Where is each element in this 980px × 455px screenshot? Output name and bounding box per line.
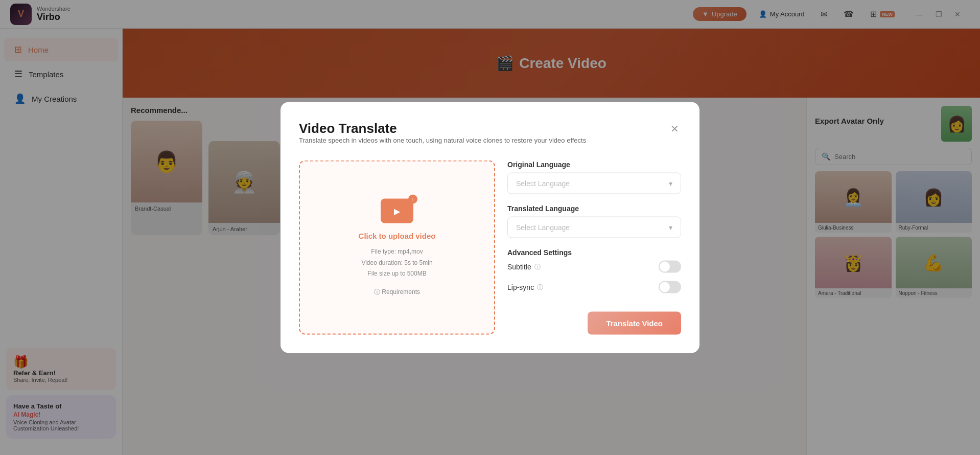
translated-language-field: Translated Language Select Language ▾: [507, 204, 681, 238]
modal-close-icon: ✕: [670, 123, 679, 134]
advanced-settings: Advanced Settings Subtitle ⓘ Lip-sync ⓘ: [507, 248, 681, 298]
upload-meta: File type: mp4,mov Video duration: 5s to…: [361, 246, 432, 280]
requirements-text: Requirements: [382, 288, 420, 295]
translate-video-button[interactable]: Translate Video: [588, 312, 681, 335]
subtitle-label: Subtitle: [507, 263, 531, 271]
modal-close-button[interactable]: ✕: [668, 121, 681, 137]
modal-header: Video Translate Translate speech in vide…: [299, 121, 681, 156]
original-language-select[interactable]: Select Language ▾: [507, 173, 681, 194]
upload-duration: Video duration: 5s to 5min: [361, 257, 432, 268]
advanced-settings-title: Advanced Settings: [507, 248, 681, 257]
upload-file-size: File size up to 500MB: [361, 268, 432, 280]
original-language-arrow: ▾: [669, 179, 672, 188]
translated-language-select[interactable]: Select Language ▾: [507, 217, 681, 238]
original-language-placeholder: Select Language: [516, 179, 570, 188]
translate-btn-wrap: Translate Video: [507, 312, 681, 335]
translated-language-label: Translated Language: [507, 204, 681, 213]
lipsync-label: Lip-sync: [507, 283, 534, 291]
subtitle-info-icon[interactable]: ⓘ: [534, 262, 541, 271]
requirements-icon: ⓘ: [374, 288, 382, 295]
original-language-label: Original Language: [507, 161, 681, 169]
subtitle-label-wrap: Subtitle ⓘ: [507, 262, 541, 271]
translated-language-placeholder: Select Language: [516, 223, 570, 232]
original-language-field: Original Language Select Language ▾: [507, 161, 681, 194]
subtitle-toggle-row: Subtitle ⓘ: [507, 257, 681, 277]
translate-btn-label: Translate Video: [606, 319, 663, 328]
lipsync-label-wrap: Lip-sync ⓘ: [507, 283, 543, 291]
upload-arrow-icon: ↑: [408, 195, 417, 204]
lipsync-toggle-row: Lip-sync ⓘ: [507, 277, 681, 298]
lipsync-info-icon[interactable]: ⓘ: [537, 283, 543, 291]
requirements-link[interactable]: ⓘ Requirements: [374, 287, 420, 296]
modal-body: ↑ Click to upload video File type: mp4,m…: [299, 161, 681, 335]
translated-language-arrow: ▾: [669, 223, 672, 232]
modal-subtitle: Translate speech in videos with one touc…: [299, 136, 586, 144]
modal-title-wrap: Video Translate Translate speech in vide…: [299, 121, 586, 156]
modal-title: Video Translate: [299, 121, 586, 136]
lipsync-toggle[interactable]: [659, 281, 681, 293]
settings-panel: Original Language Select Language ▾ Tran…: [507, 161, 681, 335]
upload-file-type: File type: mp4,mov: [361, 246, 432, 258]
video-translate-modal: Video Translate Translate speech in vide…: [281, 102, 699, 353]
upload-icon: ↑: [381, 199, 413, 223]
upload-click-text[interactable]: Click to upload video: [359, 232, 436, 240]
subtitle-toggle[interactable]: [659, 261, 681, 273]
upload-area[interactable]: ↑ Click to upload video File type: mp4,m…: [299, 161, 495, 335]
